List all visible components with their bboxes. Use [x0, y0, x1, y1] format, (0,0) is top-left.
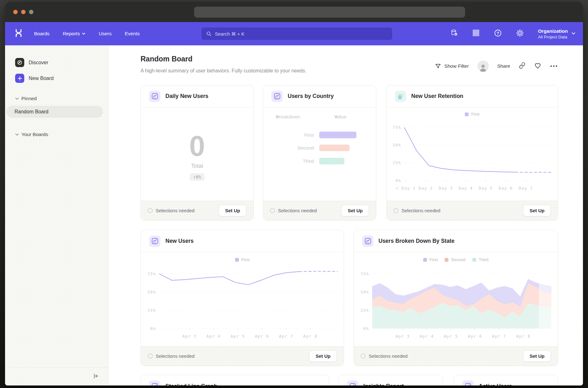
- more-options-icon[interactable]: [550, 63, 558, 69]
- svg-text:?: ?: [497, 31, 499, 36]
- nav-item-reports[interactable]: Reports: [63, 31, 85, 37]
- metric-value: 0: [189, 132, 205, 160]
- svg-text:25%: 25%: [393, 160, 401, 165]
- card-title: Users Broken Down By State: [378, 238, 454, 244]
- nav-item-users[interactable]: Users: [99, 31, 111, 37]
- svg-text:Apr 4: Apr 4: [420, 334, 434, 339]
- avatar[interactable]: [477, 60, 489, 72]
- metric-label: Total: [191, 163, 203, 169]
- card-status: Selections needed: [148, 353, 194, 359]
- breakdown-dropdown[interactable]: Breakdown: [276, 116, 279, 118]
- card-title: Users by Country: [288, 93, 334, 100]
- card-title: New Users: [165, 238, 194, 244]
- svg-text:Day 2: Day 2: [419, 186, 433, 191]
- set-up-button[interactable]: Set Up: [219, 205, 246, 216]
- country-row: First: [263, 132, 356, 138]
- card-daily-new-users: Daily New Users 0 Total ↑0% Selections n…: [141, 85, 254, 220]
- page-subtitle: A high-level summary of user behaviors. …: [141, 68, 306, 74]
- card-status: Selections needed: [394, 208, 440, 213]
- apps-grid-icon[interactable]: [472, 29, 480, 38]
- svg-text:Day 7: Day 7: [519, 186, 533, 191]
- nav-item-boards[interactable]: Boards: [34, 31, 49, 37]
- chart-legend: First: [141, 257, 344, 262]
- bar-first: [319, 132, 356, 138]
- svg-text:0%: 0%: [395, 178, 401, 183]
- insights-chart-icon: [362, 236, 373, 247]
- insights-chart-icon: [149, 91, 160, 102]
- svg-text:Day 5: Day 5: [479, 186, 493, 191]
- sidebar-item-random-board[interactable]: Random Board: [6, 106, 103, 118]
- sidebar-section-pinned[interactable]: Pinned: [15, 96, 37, 101]
- traffic-light-close[interactable]: [13, 10, 18, 14]
- card-title: Insights Report: [363, 383, 404, 386]
- card-active-users: Active Users: [454, 375, 558, 385]
- card-status: Selections needed: [270, 208, 317, 213]
- mixpanel-logo-icon[interactable]: [14, 29, 23, 38]
- insights-chart-icon: [462, 380, 474, 385]
- card-new-users: New Users First 0%25%50%75%Apr 3Apr 4Apr…: [141, 230, 344, 366]
- window-titlebar: [5, 2, 583, 22]
- svg-text:50%: 50%: [147, 290, 156, 294]
- value-dropdown[interactable]: Value: [334, 116, 338, 118]
- nav-item-events[interactable]: Events: [125, 31, 140, 37]
- insights-chart-icon: [347, 380, 358, 385]
- app-window: Boards Reports Users Events: [5, 2, 583, 385]
- top-navbar: Boards Reports Users Events: [5, 22, 583, 45]
- insights-chart-icon: [149, 380, 160, 385]
- search-input[interactable]: [215, 31, 388, 37]
- data-management-icon[interactable]: [450, 29, 458, 38]
- sidebar-item-discover[interactable]: Discover: [15, 58, 48, 67]
- bar-third: [319, 158, 344, 164]
- svg-text:Day 4: Day 4: [458, 186, 473, 191]
- org-switcher[interactable]: Organization All Project Data: [538, 28, 575, 39]
- address-bar[interactable]: [194, 7, 465, 18]
- svg-text:Day 3: Day 3: [439, 186, 453, 191]
- collapse-sidebar-icon[interactable]: [92, 373, 99, 381]
- set-up-button[interactable]: Set Up: [523, 350, 551, 362]
- card-users-by-country: Users by Country Breakdown Value First S…: [263, 85, 376, 220]
- svg-text:Apr 7: Apr 7: [492, 334, 506, 339]
- card-status: Selections needed: [148, 208, 194, 213]
- traffic-light-maximize[interactable]: [29, 10, 33, 14]
- card-users-by-state: Users Broken Down By State First Second …: [354, 230, 558, 366]
- copy-link-icon[interactable]: [519, 62, 526, 70]
- traffic-light-minimize[interactable]: [21, 10, 26, 14]
- plus-icon: [15, 74, 24, 83]
- sidebar-section-your-boards[interactable]: Your Boards: [15, 132, 48, 137]
- main-content: Random Board A high-level summary of use…: [108, 45, 583, 385]
- radio-icon: [361, 354, 366, 358]
- card-title: Stacked Line Graph: [165, 383, 217, 386]
- global-search[interactable]: [201, 27, 393, 40]
- svg-text:0%: 0%: [150, 326, 156, 331]
- radio-icon: [148, 354, 153, 358]
- svg-text:50%: 50%: [360, 290, 369, 294]
- svg-text:< Day 1: < Day 1: [396, 186, 416, 191]
- svg-text:Apr 7: Apr 7: [279, 334, 293, 339]
- svg-text:Apr 3: Apr 3: [395, 334, 410, 339]
- settings-gear-icon[interactable]: [516, 29, 524, 38]
- chart-legend: First Second Third: [354, 257, 558, 262]
- radio-icon: [148, 208, 153, 213]
- country-row: Third: [263, 158, 344, 164]
- discover-compass-icon: [15, 58, 24, 67]
- card-title: New User Retention: [411, 93, 463, 100]
- set-up-button[interactable]: Set Up: [523, 205, 551, 216]
- svg-text:Apr 3: Apr 3: [182, 334, 197, 339]
- insights-chart-icon: [271, 91, 283, 102]
- favorite-heart-icon[interactable]: [534, 62, 541, 70]
- bar-second: [319, 145, 349, 151]
- svg-text:Apr 6: Apr 6: [468, 334, 482, 339]
- set-up-button[interactable]: Set Up: [309, 350, 337, 362]
- chart-legend: First: [387, 112, 558, 117]
- card-title: Daily New Users: [165, 93, 208, 100]
- sidebar-footer: [5, 367, 108, 385]
- share-button[interactable]: Share: [497, 63, 510, 69]
- svg-text:Apr 4: Apr 4: [206, 334, 221, 339]
- org-scope: All Project Data: [538, 35, 568, 39]
- show-filter-button[interactable]: Show Filter: [435, 63, 469, 69]
- help-icon[interactable]: ?: [494, 29, 502, 38]
- set-up-button[interactable]: Set Up: [341, 205, 369, 216]
- sidebar-item-new-board[interactable]: New Board: [15, 74, 54, 83]
- svg-text:Apr 5: Apr 5: [231, 334, 245, 339]
- card-new-user-retention: New User Retention First 0%25%50%75%< Da…: [386, 85, 558, 220]
